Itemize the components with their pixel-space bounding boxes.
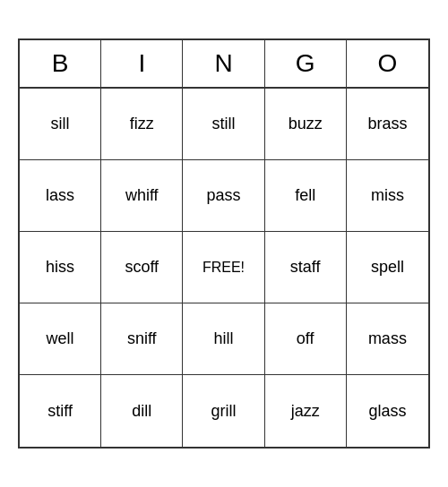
bingo-cell-r3-c4: mass <box>347 303 428 375</box>
bingo-cell-r4-c2: grill <box>183 375 264 447</box>
bingo-cell-r3-c3: off <box>265 303 347 375</box>
header-cell: G <box>265 40 347 87</box>
bingo-cell-r1-c4: miss <box>347 160 428 232</box>
bingo-cell-r2-c0: hiss <box>20 232 101 303</box>
bingo-cell-r4-c4: glass <box>347 375 428 447</box>
bingo-cell-r4-c3: jazz <box>265 375 347 447</box>
bingo-cell-r3-c2: hill <box>183 303 264 375</box>
header-cell: I <box>101 40 183 87</box>
bingo-cell-r2-c4: spell <box>347 232 428 303</box>
bingo-cell-r2-c3: staff <box>265 232 347 303</box>
bingo-grid: sillfizzstillbuzzbrasslasswhiffpassfellm… <box>20 89 428 447</box>
bingo-cell-r1-c2: pass <box>183 160 264 232</box>
bingo-card: BINGO sillfizzstillbuzzbrasslasswhiffpas… <box>18 38 430 449</box>
bingo-cell-r4-c1: dill <box>101 375 183 447</box>
header-cell: O <box>347 40 428 87</box>
bingo-cell-r3-c0: well <box>20 303 101 375</box>
bingo-cell-r1-c0: lass <box>20 160 101 232</box>
bingo-cell-r4-c0: stiff <box>20 375 101 447</box>
bingo-cell-r2-c2: FREE! <box>183 232 264 303</box>
bingo-cell-r0-c3: buzz <box>265 89 347 160</box>
bingo-cell-r2-c1: scoff <box>101 232 183 303</box>
bingo-cell-r0-c2: still <box>183 89 264 160</box>
bingo-header: BINGO <box>20 40 428 89</box>
bingo-cell-r1-c3: fell <box>265 160 347 232</box>
bingo-cell-r1-c1: whiff <box>101 160 183 232</box>
bingo-cell-r3-c1: sniff <box>101 303 183 375</box>
bingo-cell-r0-c0: sill <box>20 89 101 160</box>
header-cell: N <box>183 40 264 87</box>
bingo-cell-r0-c1: fizz <box>101 89 183 160</box>
header-cell: B <box>20 40 101 87</box>
bingo-cell-r0-c4: brass <box>347 89 428 160</box>
